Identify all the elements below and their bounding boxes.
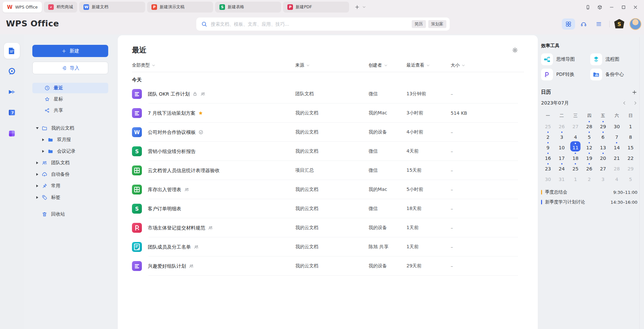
device-button[interactable]	[583, 2, 593, 12]
table-row[interactable]: 市场主体登记提交材料规范 我的云文档 我的设备 1天前 –	[132, 218, 524, 237]
import-button[interactable]: 导入	[32, 62, 108, 74]
calendar-day-8[interactable]: 8	[624, 131, 637, 141]
table-row[interactable]: W 公司对外合作协议模板 我的云文档 我的设备 4小时前 –	[132, 123, 524, 142]
table-row[interactable]: 团队 OKR 工作计划 团队文档 微信 13分钟前 –	[132, 84, 524, 104]
rail-item-messages[interactable]	[4, 63, 20, 79]
maximize-button[interactable]	[618, 2, 629, 12]
menu-button[interactable]	[592, 18, 605, 30]
apps-grid-button[interactable]	[562, 18, 575, 30]
rail-item-documents[interactable]	[4, 43, 20, 59]
calendar-day-20[interactable]: 20	[596, 152, 610, 162]
tree-item[interactable]: 团队文档	[24, 157, 118, 168]
sidebar-item-trash[interactable]: 回收站	[24, 208, 118, 220]
tree-item[interactable]: 常用	[24, 180, 118, 192]
search-input[interactable]	[211, 21, 409, 27]
tab-word[interactable]: W新建文档	[79, 2, 145, 13]
rail-item-apps[interactable]	[4, 126, 20, 141]
calendar-day-5[interactable]: 5	[624, 173, 637, 183]
tool-backup[interactable]: 备份中心	[590, 69, 637, 80]
table-row[interactable]: 7 月线下活动策划方案 我的云文档 我的Mac 3小时前 514 KB	[132, 104, 524, 123]
calendar-day-14[interactable]: 14	[610, 141, 624, 152]
calendar-day-29[interactable]: 29	[596, 120, 610, 131]
tab-pdf[interactable]: P新建PDF	[283, 2, 349, 13]
prev-month-icon[interactable]	[622, 101, 627, 105]
table-row[interactable]: 兴趣爱好组队计划 我的云文档 我的设备 29天前 –	[132, 256, 524, 276]
calendar-day-11[interactable]: 11	[568, 141, 582, 152]
calendar-day-2[interactable]: 2	[582, 173, 596, 183]
next-month-icon[interactable]	[633, 101, 637, 105]
add-tab-icon[interactable]	[354, 4, 360, 10]
caret-right-icon[interactable]	[41, 150, 46, 153]
tree-item[interactable]: 自动备份	[24, 168, 118, 180]
tree-item[interactable]: 会议记录	[24, 145, 118, 157]
filter-4[interactable]: 大小	[451, 62, 465, 68]
caret-right-icon[interactable]	[35, 162, 40, 164]
tool-flowchart[interactable]: 流程图	[590, 53, 637, 65]
filter-2[interactable]: 创建者	[369, 62, 388, 68]
calendar-day-3[interactable]: 3	[555, 131, 569, 141]
caret-right-icon[interactable]	[41, 138, 46, 141]
table-row[interactable]: 库存出入管理表 我的云文档 我的Mac 5小时前 –	[132, 180, 524, 199]
calendar-day-31[interactable]: 31	[555, 173, 569, 183]
calendar-day-5[interactable]: 5	[582, 131, 596, 141]
table-row[interactable]: S 营销小组业绩分析报告 我的云文档 微信 4天前 –	[132, 142, 524, 161]
calendar-day-18[interactable]: 18	[568, 152, 582, 162]
search-bar[interactable]: 简历 策划案	[196, 17, 450, 31]
caret-right-icon[interactable]	[35, 185, 40, 187]
sidebar-item-share[interactable]: 共享	[32, 105, 108, 116]
close-button[interactable]	[630, 2, 641, 12]
calendar-day-29[interactable]: 29	[624, 162, 637, 173]
member-badge[interactable]: S	[614, 19, 625, 29]
settings-gear-icon[interactable]	[511, 46, 519, 54]
tab-wps[interactable]: WWPS Office	[3, 2, 42, 13]
calendar-day-28[interactable]: 28	[610, 162, 624, 173]
tool-pdfconv[interactable]: PDF转换	[541, 69, 588, 80]
caret-right-icon[interactable]	[35, 196, 40, 199]
tab-ppt[interactable]: P新建演示文稿	[147, 2, 213, 13]
calendar-day-28[interactable]: 28	[582, 120, 596, 131]
calendar-day-25[interactable]: 25	[568, 162, 582, 173]
calendar-day-27[interactable]: 27	[568, 120, 582, 131]
tree-item[interactable]: 双月报	[24, 134, 118, 145]
search-tag-resume[interactable]: 简历	[412, 20, 426, 28]
sidebar-item-star[interactable]: 星标	[32, 94, 108, 105]
table-row[interactable]: S 客户订单明细表 我的云文档 微信 18天前 –	[132, 199, 524, 218]
rail-item-calendar[interactable]: 7	[4, 105, 20, 120]
calendar-day-2[interactable]: 2	[541, 131, 555, 141]
minimize-button[interactable]	[606, 2, 617, 12]
calendar-day-4[interactable]: 4	[568, 131, 582, 141]
rail-item-meetings[interactable]	[4, 84, 20, 100]
calendar-day-6[interactable]: 6	[596, 131, 610, 141]
calendar-day-22[interactable]: 22	[624, 152, 637, 162]
calendar-day-27[interactable]: 27	[596, 162, 610, 173]
filter-0[interactable]: 全部类型	[132, 62, 155, 68]
search-tag-plan[interactable]: 策划案	[428, 20, 447, 28]
support-button[interactable]	[577, 18, 590, 30]
calendar-day-26[interactable]: 26	[555, 120, 569, 131]
caret-right-icon[interactable]	[35, 173, 40, 176]
calendar-day-21[interactable]: 21	[610, 152, 624, 162]
calendar-day-9[interactable]: 9	[541, 141, 555, 152]
calendar-day-16[interactable]: 16	[541, 152, 555, 162]
avatar[interactable]	[629, 18, 641, 30]
tab-list-chevron-icon[interactable]	[362, 5, 366, 9]
calendar-day-26[interactable]: 26	[582, 162, 596, 173]
filter-1[interactable]: 来源	[295, 62, 310, 68]
caret-down-icon[interactable]	[35, 127, 40, 129]
tree-item[interactable]: 标签	[24, 192, 118, 203]
tool-mindmap[interactable]: 思维导图	[541, 53, 588, 65]
calendar-day-13[interactable]: 13	[596, 141, 610, 152]
calendar-day-30[interactable]: 30	[610, 120, 624, 131]
table-row[interactable]: 团队成员及分工名单 我的云文档 陈旭 共享 1天前 –	[132, 237, 524, 256]
calendar-event[interactable]: 新季度学习计划讨论 14:30–16:00	[541, 197, 637, 207]
calendar-day-1[interactable]: 1	[568, 173, 582, 183]
calendar-day-7[interactable]: 7	[610, 131, 624, 141]
calendar-day-15[interactable]: 15	[624, 141, 637, 152]
calendar-day-3[interactable]: 3	[596, 173, 610, 183]
calendar-day-25[interactable]: 25	[541, 120, 555, 131]
calendar-day-24[interactable]: 24	[555, 162, 569, 173]
calendar-day-4[interactable]: 4	[610, 173, 624, 183]
cube-button[interactable]	[595, 2, 605, 12]
filter-3[interactable]: 最近查看	[406, 62, 430, 68]
calendar-day-10[interactable]: 10	[555, 141, 569, 152]
